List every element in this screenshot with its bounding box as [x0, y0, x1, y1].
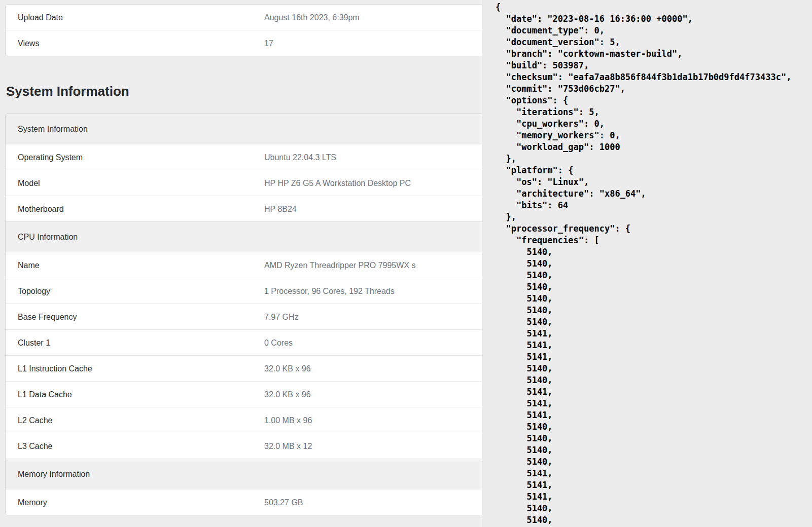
section-header-memory: Memory Information: [6, 459, 507, 489]
page-title: System Information: [6, 84, 507, 99]
row-label: L1 Instruction Cache: [6, 356, 264, 381]
system-information-table: System Information Operating System Ubun…: [5, 114, 507, 515]
row-value: HP HP Z6 G5 A Workstation Desktop PC: [264, 170, 507, 196]
row-value: 0 Cores: [264, 330, 507, 355]
row-value: AMD Ryzen Threadripper PRO 7995WX s: [264, 252, 507, 278]
table-row: L2 Cache 1.00 MB x 96: [6, 407, 507, 433]
table-row: Name AMD Ryzen Threadripper PRO 7995WX s: [6, 252, 507, 278]
row-value: 7.97 GHz: [264, 304, 507, 329]
row-value: 32.0 KB x 96: [264, 382, 507, 407]
table-row: L1 Instruction Cache 32.0 KB x 96: [6, 355, 507, 381]
row-value: August 16th 2023, 6:39pm: [264, 5, 507, 30]
row-label: L2 Cache: [6, 407, 264, 433]
table-row: Views 17: [6, 30, 507, 56]
row-label: Name: [6, 252, 264, 278]
table-row: Model HP HP Z6 G5 A Workstation Desktop …: [6, 170, 507, 196]
section-header-system: System Information: [6, 114, 507, 144]
table-row: L3 Cache 32.0 MB x 12: [6, 433, 507, 459]
row-label: L1 Data Cache: [6, 382, 264, 407]
row-label: Views: [6, 30, 264, 56]
row-value: Ubuntu 22.04.3 LTS: [264, 144, 507, 170]
row-value: 32.0 MB x 12: [264, 433, 507, 459]
json-source-panel[interactable]: { "date": "2023-08-16 16:36:00 +0000", "…: [482, 0, 812, 527]
row-label: Base Frequency: [6, 304, 264, 329]
row-value: HP 8B24: [264, 196, 507, 221]
table-row: Operating System Ubuntu 22.04.3 LTS: [6, 144, 507, 170]
table-row: Memory 503.27 GB: [6, 489, 507, 515]
row-value: 32.0 KB x 96: [264, 356, 507, 381]
row-value: 1 Processor, 96 Cores, 192 Threads: [264, 278, 507, 304]
table-row: Upload Date August 16th 2023, 6:39pm: [6, 5, 507, 30]
table-row: Topology 1 Processor, 96 Cores, 192 Thre…: [6, 278, 507, 304]
table-row: Base Frequency 7.97 GHz: [6, 304, 507, 329]
row-label: Model: [6, 170, 264, 196]
row-label: L3 Cache: [6, 433, 264, 459]
row-value: 17: [264, 30, 507, 56]
row-label: Upload Date: [6, 5, 264, 30]
benchmark-result-page: Upload Date August 16th 2023, 6:39pm Vie…: [5, 4, 507, 515]
section-header-cpu: CPU Information: [6, 221, 507, 252]
row-value: 1.00 MB x 96: [264, 407, 507, 433]
row-label: Operating System: [6, 144, 264, 170]
json-text: { "date": "2023-08-16 16:36:00 +0000", "…: [482, 0, 812, 526]
row-label: Cluster 1: [6, 330, 264, 355]
table-row: Cluster 1 0 Cores: [6, 329, 507, 355]
row-label: Motherboard: [6, 196, 264, 221]
row-value: 503.27 GB: [264, 490, 507, 515]
table-row: Motherboard HP 8B24: [6, 196, 507, 221]
row-label: Memory: [6, 490, 264, 515]
row-label: Topology: [6, 278, 264, 304]
table-row: L1 Data Cache 32.0 KB x 96: [6, 381, 507, 407]
meta-table: Upload Date August 16th 2023, 6:39pm Vie…: [5, 4, 507, 56]
